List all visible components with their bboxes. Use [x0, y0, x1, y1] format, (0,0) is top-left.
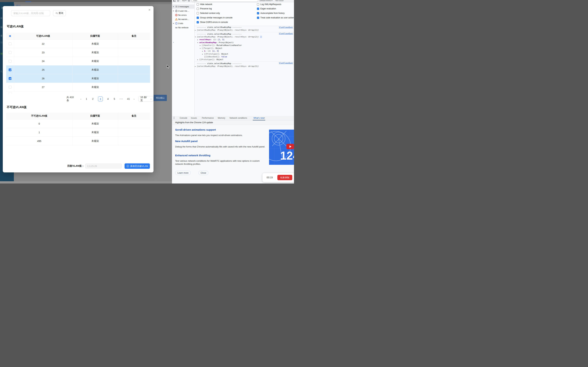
drawer-tab-performance[interactable]: Performance	[202, 116, 214, 120]
whatsnew-section-title[interactable]: New Autofill panel	[175, 140, 198, 143]
drawer-tab-network-conditions[interactable]: Network conditions	[230, 116, 247, 120]
source-link[interactable]: VlanVlaueQuer	[279, 62, 293, 65]
drawer-tab-console[interactable]: Console	[180, 116, 187, 120]
expand-arrow-icon[interactable]: ▼	[195, 36, 197, 38]
expand-arrow-icon[interactable]: ▶	[173, 6, 174, 7]
expand-arrow-icon[interactable]: ▶	[173, 10, 174, 12]
expand-arrow-icon[interactable]: ▶	[195, 65, 197, 68]
info-icon[interactable]: i	[260, 35, 262, 38]
drawer-tab-memory[interactable]: Memory	[218, 116, 225, 120]
more-tabs-icon[interactable]	[174, 117, 174, 117]
next-page-icon[interactable]: ›	[134, 98, 134, 100]
console-message-line[interactable]: -------- state.selectRowKeyMap --------V…	[195, 26, 294, 29]
expand-arrow-icon[interactable]: ▶	[173, 23, 174, 24]
drawer-tab-what-s-new[interactable]: What's new	[253, 116, 264, 120]
console-sidebar-item[interactable]: No verbose	[172, 25, 194, 30]
prev-page-icon[interactable]: ‹	[80, 98, 81, 100]
table-row[interactable]: 25未规划	[6, 66, 150, 74]
row-checkbox[interactable]	[9, 86, 11, 89]
setting-checkbox[interactable]	[197, 17, 199, 19]
console-message-line[interactable]: ▶{selectRowKeyMap: Proxy(Object), result…	[195, 65, 294, 68]
expand-arrow-icon[interactable]: ▶	[197, 58, 199, 61]
table-row[interactable]: 26未规划	[6, 74, 150, 83]
learn-more-button[interactable]: Learn more	[175, 171, 191, 175]
stop-recording-button[interactable]: 结束录制	[277, 175, 292, 180]
table-row[interactable]: 27未规划	[6, 83, 150, 92]
row-checkbox[interactable]	[9, 60, 11, 63]
sidebar-item-fragment[interactable]: 化	[0, 70, 3, 73]
expand-arrow-icon[interactable]: ▼	[200, 47, 202, 50]
console-message-line[interactable]: ▶[[Handler]]: MutableReactiveHandler	[195, 44, 294, 47]
whatsnew-close-button[interactable]: Close	[198, 171, 208, 175]
console-sidebar-item[interactable]: ▶3 info	[172, 21, 194, 25]
issues-counter[interactable]: 400 issue	[275, 0, 284, 1]
drawer-tab-issues[interactable]: Issues	[191, 116, 197, 120]
row-checkbox[interactable]	[9, 51, 11, 54]
console-message-line[interactable]: ▼{selectRowKeyMap: Proxy(Object), result…	[195, 35, 294, 38]
console-sidebar-item[interactable]: ▶3 user me…	[172, 9, 194, 13]
row-checkbox[interactable]	[9, 68, 11, 71]
console-message-line[interactable]: ▶resultKeys: (2) [2, 3]	[195, 38, 294, 41]
console-filter-input[interactable]: Filter	[191, 0, 258, 2]
sidebar-item-fragment[interactable]: 设	[0, 17, 3, 20]
clear-console-icon[interactable]	[177, 0, 179, 2]
add-to-target-vlan-button[interactable]: 添加至目标VLAN	[124, 163, 150, 169]
console-sidebar-item[interactable]: ▶3 messages	[172, 5, 194, 9]
page-number[interactable]: 3	[98, 97, 103, 101]
page-number[interactable]: 4	[107, 98, 109, 100]
expand-arrow-icon[interactable]: ▶	[200, 44, 202, 47]
setting-checkbox[interactable]	[197, 8, 199, 10]
console-sidebar-item[interactable]: No errors	[172, 13, 194, 17]
console-message-line[interactable]: ▶[[Prototype]]: Object	[195, 58, 294, 61]
play-button-icon[interactable]	[286, 144, 294, 149]
pagination-ellipsis[interactable]: •••	[120, 98, 123, 100]
setting-checkbox[interactable]	[197, 21, 199, 23]
page-size-select[interactable]: 10 条/页∨	[138, 96, 154, 102]
setting-checkbox[interactable]	[197, 12, 199, 14]
console-message-line[interactable]: ▼selectRowKeyMap: Proxy(Object)	[195, 41, 294, 44]
vlan-search-input[interactable]	[11, 10, 50, 16]
select-all-checkbox[interactable]	[9, 35, 11, 37]
expand-arrow-icon[interactable]: ▼	[197, 42, 199, 44]
table-row[interactable]: 23未规划	[6, 48, 150, 57]
table-row[interactable]: 24未规划	[6, 57, 150, 66]
sidebar-item-fragment[interactable]: 理	[0, 52, 3, 55]
console-message-line[interactable]: ▶1: (2) [2, 3]	[195, 50, 294, 53]
close-icon[interactable]: ×	[149, 8, 150, 11]
console-message-line[interactable]: -------- state.selectRowKeyMap --------V…	[195, 32, 294, 35]
console-message-line[interactable]: ▶{selectRowKeyMap: Proxy(Object), result…	[195, 29, 294, 32]
console-prompt-icon[interactable]: ›	[173, 41, 174, 43]
expand-arrow-icon[interactable]: ▶	[197, 38, 199, 41]
log-levels-dropdown[interactable]: Default levels ▾	[259, 0, 273, 2]
context-selector[interactable]: top ▾	[182, 0, 186, 2]
row-checkbox[interactable]	[9, 77, 11, 80]
plan-confirm-button[interactable]: 规划确认	[154, 95, 167, 101]
sidebar-item-fragment[interactable]: 划	[0, 41, 3, 44]
console-message-line[interactable]: ▼[[Target]]: Object	[195, 47, 294, 50]
source-link[interactable]: VlanVlaueQuer	[279, 26, 293, 29]
whatsnew-video-thumbnail[interactable]: 124	[269, 130, 294, 165]
page-number[interactable]: 41	[127, 98, 130, 100]
whatsnew-section-title[interactable]: Enhanced network throttling	[175, 154, 210, 157]
eye-icon[interactable]	[188, 0, 190, 2]
source-link[interactable]: VlanVlaueQuer	[279, 32, 293, 35]
console-message-line[interactable]: [[IsRevoked]]: false	[195, 55, 294, 58]
setting-checkbox[interactable]	[257, 17, 259, 19]
console-message-line[interactable]: -------- state.selectRowKeyMap --------V…	[195, 61, 294, 65]
dock-panel-icon[interactable]	[174, 0, 176, 2]
setting-checkbox[interactable]	[257, 3, 259, 6]
setting-checkbox[interactable]	[257, 12, 259, 14]
page-number[interactable]: 2	[92, 98, 94, 100]
expand-arrow-icon[interactable]: ▶	[195, 29, 197, 32]
target-vlan-input[interactable]: 2,3,25,26	[85, 164, 122, 168]
page-number[interactable]: 5	[113, 98, 116, 100]
setting-checkbox[interactable]	[197, 3, 199, 6]
console-message-line[interactable]: ▶[[Prototype]]: Object	[195, 53, 294, 56]
page-number[interactable]: 1	[85, 98, 88, 100]
expand-arrow-icon[interactable]: ▶	[202, 53, 204, 56]
sidebar-item-fragment[interactable]: 查	[0, 34, 3, 37]
console-sidebar-item[interactable]: No warnin…	[172, 17, 194, 21]
expand-arrow-icon[interactable]: ▶	[202, 50, 204, 53]
table-row[interactable]: 22未规划	[6, 40, 150, 48]
sidebar-item-fragment[interactable]: 据	[0, 26, 3, 29]
